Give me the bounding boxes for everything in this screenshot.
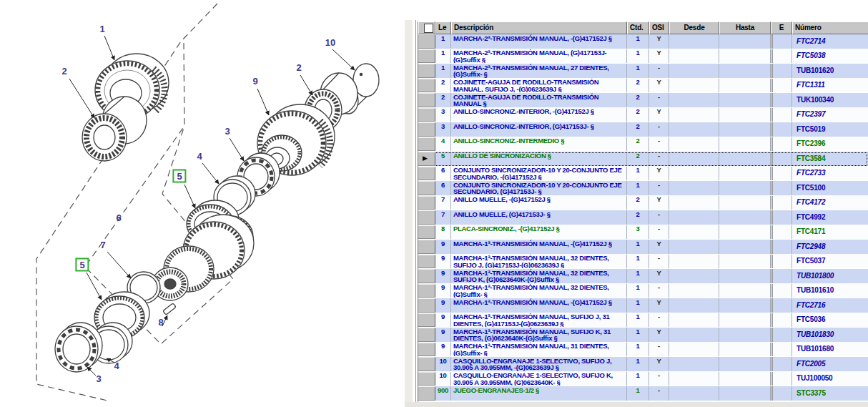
table-row[interactable]: 9MARCHA-1ª-TRANSMISIÓN MANUAL, 32 DIENTE…	[418, 284, 868, 299]
table-row[interactable]: 1MARCHA-2ª-TRANSMISIÓN MANUAL, (G)417153…	[418, 49, 868, 64]
cell-hasta	[719, 93, 771, 107]
cell-numero: FTC1311	[792, 79, 868, 93]
row-selector-button[interactable]	[418, 386, 435, 401]
row-selector-button[interactable]	[418, 64, 435, 78]
row-selector-button[interactable]	[418, 79, 435, 93]
table-row[interactable]: 7ANILLO MUELLE, -(G)417152J §2YFTC4172	[418, 196, 868, 211]
callout-2[interactable]: 2	[61, 67, 66, 77]
row-selector-button[interactable]	[418, 343, 435, 357]
row-selector-button[interactable]	[418, 181, 435, 195]
callout-3[interactable]: 3	[96, 374, 101, 384]
cell-numero: FTC2714	[792, 34, 868, 49]
callout-5-boxed[interactable]: 5	[75, 258, 89, 272]
header-descripcion[interactable]: Descripción	[451, 21, 627, 34]
callout-10[interactable]: 10	[325, 38, 335, 48]
table-row[interactable]: 3ANILLO-SINCRONIZ.-INTERIOR, (G)417153J-…	[418, 122, 868, 137]
callout-4[interactable]: 4	[114, 361, 119, 371]
table-row[interactable]: 2COJINETE-AGUJA DE RODILLO-TRANSMISIÓN M…	[418, 79, 868, 94]
row-selector-button[interactable]	[418, 357, 435, 371]
cell-numero: TUB101800	[792, 269, 868, 283]
select-all-checkbox[interactable]	[424, 24, 433, 33]
cell-e	[771, 386, 792, 401]
table-row[interactable]: 10CASQUILLO-ENGRANAJE 1-SELECTIVO, SUFIJ…	[418, 357, 868, 372]
row-selector-button[interactable]	[418, 328, 435, 342]
callout-7[interactable]: 7	[100, 240, 105, 250]
cell-osi: Y	[649, 357, 669, 371]
table-row[interactable]: 9MARCHA-1ª-TRANSMISIÓN MANUAL, SUFIJO J,…	[418, 313, 868, 328]
cell-hasta	[719, 386, 771, 401]
callout-2[interactable]: 2	[296, 63, 301, 73]
table-row[interactable]: ▶5ANILLO DE SINCRONIZACIÓN §2-FTC3584	[418, 152, 868, 167]
callout-4[interactable]: 4	[197, 152, 202, 162]
cell-numero: FTC3584	[792, 152, 868, 166]
cell-le: 5	[435, 152, 451, 166]
cell-osi: Y	[649, 167, 669, 181]
row-selector-button[interactable]	[418, 93, 435, 107]
table-row[interactable]: 7ANILLO MUELLE, (G)417153J- §2-FTC4992	[418, 210, 868, 225]
header-numero[interactable]: Número	[792, 21, 868, 34]
callout-3[interactable]: 3	[225, 127, 230, 137]
table-row[interactable]: 4ANILLO-SINCRONIZ.-INTERMEDIO §2-FTC2396	[418, 137, 868, 152]
row-selector-button[interactable]	[418, 167, 435, 181]
table-row[interactable]: 10CASQUILLO-ENGRANAJE 1-SELECTIVO, SUFIJ…	[418, 372, 868, 387]
cell-numero: FTC4171	[792, 225, 868, 240]
cell-desde	[669, 328, 719, 342]
callout-8[interactable]: 8	[158, 318, 163, 328]
callout-layer: 129210345675843	[0, 0, 405, 407]
callout-5-boxed[interactable]: 5	[172, 170, 186, 183]
row-selector-button[interactable]	[418, 49, 435, 64]
row-selector-button[interactable]: ▶	[418, 152, 435, 166]
cell-osi: -	[649, 386, 669, 401]
header-hasta[interactable]: Hasta	[719, 21, 771, 34]
row-selector-button[interactable]	[418, 34, 435, 49]
table-row[interactable]: 2COJINETE-AGUJA DE RODILLO-TRANSMISIÓN M…	[418, 93, 868, 108]
cell-le: 9	[435, 313, 451, 328]
row-selector-button[interactable]	[418, 255, 435, 269]
table-row[interactable]: 1MARCHA-2ª-TRANSMISIÓN MANUAL, -(G)41715…	[418, 34, 868, 49]
cell-desc: CASQUILLO-ENGRANAJE 1-SELECTIVO, SUFIJO …	[451, 372, 627, 386]
table-row[interactable]: 8PLACA-SINCRONIZ., -(G)417152J §3-FTC417…	[418, 225, 868, 240]
header-e[interactable]: E	[771, 21, 792, 34]
cell-osi: Y	[649, 240, 669, 254]
row-selector-button[interactable]	[418, 122, 435, 137]
table-row[interactable]: 9MARCHA-1ª-TRANSMISIÓN MANUAL, 31 DIENTE…	[418, 343, 868, 358]
table-row[interactable]: 9MARCHA-1ª-TRANSMISIÓN MANUAL, -(G)41715…	[418, 240, 868, 255]
row-selector-button[interactable]	[418, 210, 435, 225]
table-row[interactable]: 9MARCHA-1ª-TRANSMISIÓN MANUAL, 32 DIENTE…	[418, 255, 868, 270]
table-row[interactable]: 9MARCHA-1ª-TRANSMISIÓN MANUAL, -(G)41715…	[418, 298, 868, 313]
row-selector-button[interactable]	[418, 108, 435, 122]
table-row[interactable]: 3ANILLO-SINCRONIZ.-INTERIOR, -(G)417152J…	[418, 108, 868, 123]
callout-6[interactable]: 6	[116, 213, 121, 223]
cell-e	[771, 328, 792, 342]
cell-hasta	[719, 137, 771, 152]
header-le[interactable]: Le	[435, 21, 451, 34]
row-selector-button[interactable]	[418, 372, 435, 386]
row-selector-button[interactable]	[418, 284, 435, 298]
cell-numero: STC3375	[792, 386, 868, 401]
row-selector-button[interactable]	[418, 196, 435, 210]
cell-le: 1	[435, 49, 451, 64]
table-row[interactable]: 900JUEGO-ENGRANAJES-1/2 §1-STC3375	[418, 386, 868, 401]
row-selector-button[interactable]	[418, 240, 435, 254]
panel-splitter[interactable]	[405, 20, 413, 407]
table-row[interactable]: 1MARCHA-2ª-TRANSMISIÓN MANUAL, 27 DIENTE…	[418, 64, 868, 79]
header-select[interactable]	[418, 21, 435, 34]
cell-e	[771, 79, 792, 93]
row-selector-button[interactable]	[418, 313, 435, 328]
table-row[interactable]: 6CONJUNTO SINCRONIZADOR-10 Y 20-CONJUNTO…	[418, 167, 868, 182]
row-selector-button[interactable]	[418, 225, 435, 240]
table-row[interactable]: 9MARCHA-1ª-TRANSMISIÓN MANUAL, 32 DIENTE…	[418, 269, 868, 284]
table-row[interactable]: 6CONJUNTO SINCRONIZADOR-10 Y 20-CONJUNTO…	[418, 181, 868, 196]
header-ctd[interactable]: Ctd.	[627, 21, 649, 34]
row-selector-button[interactable]	[418, 269, 435, 283]
table-row[interactable]: 9MARCHA-1ª-TRANSMISIÓN MANUAL, SUFIJO K,…	[418, 328, 868, 343]
callout-1[interactable]: 1	[99, 24, 104, 34]
header-desde[interactable]: Desde	[669, 21, 719, 34]
cell-hasta	[719, 284, 771, 298]
cell-desc: MARCHA-1ª-TRANSMISIÓN MANUAL, -(G)417152…	[451, 240, 627, 254]
row-selector-button[interactable]	[418, 137, 435, 152]
callout-9[interactable]: 9	[252, 77, 257, 87]
row-selector-button[interactable]	[418, 298, 435, 313]
header-osi[interactable]: OSI	[649, 21, 669, 34]
parts-grid-body: 1MARCHA-2ª-TRANSMISIÓN MANUAL, -(G)41715…	[418, 34, 868, 402]
